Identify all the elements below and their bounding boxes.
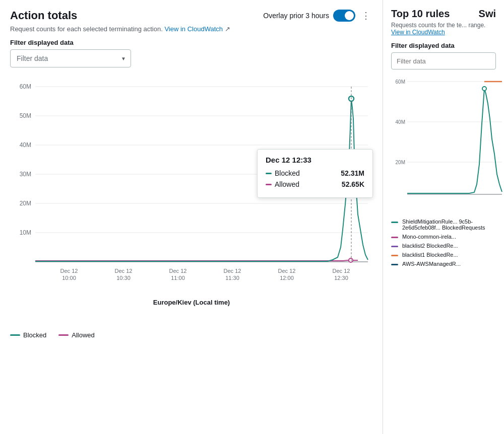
svg-text:11:00: 11:00	[171, 275, 185, 281]
svg-text:60M: 60M	[20, 83, 31, 90]
right-legend-item-4: AWS-AWSManagedR...	[391, 261, 496, 267]
right-legend-label-3: blacklist1 BlockedRe...	[402, 252, 458, 258]
svg-point-26	[349, 258, 353, 262]
tooltip-row-blocked: Blocked 52.31M	[266, 169, 364, 177]
filter-select[interactable]: Filter data	[10, 49, 131, 67]
tooltip-date: Dec 12 12:33	[266, 156, 364, 164]
right-cloudwatch-link[interactable]: View in CloudWatch	[391, 29, 445, 36]
svg-text:20M: 20M	[20, 200, 31, 207]
blocked-value: 52.31M	[341, 169, 364, 177]
left-panel-header: Action totals Overlay prior 3 hours ⋮	[10, 8, 372, 23]
legend-allowed-color	[58, 334, 69, 336]
svg-text:Dec 12: Dec 12	[115, 268, 133, 274]
svg-text:20M: 20M	[396, 160, 405, 165]
right-chart-area: 60M 40M 20M	[391, 74, 496, 214]
legend-blocked-label: Blocked	[23, 331, 46, 339]
svg-point-36	[482, 87, 486, 91]
filter-label: Filter displayed data	[10, 39, 372, 46]
svg-text:50M: 50M	[20, 112, 31, 119]
menu-icon[interactable]: ⋮	[359, 8, 372, 23]
right-legend-color-3	[391, 255, 398, 256]
tooltip: Dec 12 12:33 Blocked 52.31M Allowed 52.6…	[257, 149, 373, 198]
right-legend: ShieldMitigationRule... 9c5b-2e6d5cfeb08…	[391, 219, 496, 267]
right-legend-color-2	[391, 246, 398, 247]
svg-text:10:30: 10:30	[116, 275, 131, 281]
right-legend-color-1	[391, 237, 398, 238]
overlay-controls: Overlay prior 3 hours ⋮	[263, 8, 372, 23]
svg-text:Dec 12: Dec 12	[169, 268, 187, 274]
right-subtitle: Requests counts for the te... range. Vie…	[391, 22, 496, 36]
right-panel-header: Top 10 rules Swi	[391, 8, 496, 20]
right-legend-color-0	[391, 222, 398, 223]
svg-text:40M: 40M	[396, 119, 405, 125]
right-legend-item-0: ShieldMitigationRule... 9c5b-2e6d5cfeb08…	[391, 219, 496, 231]
chart-legend: Blocked Allowed	[10, 331, 372, 339]
chart-area: 60M 50M 40M 30M 20M 10M Dec 12 10	[10, 74, 373, 325]
tooltip-row-allowed: Allowed 52.65K	[266, 180, 364, 188]
right-panel-title: Top 10 rules	[391, 8, 450, 20]
x-axis-label: Europe/Kiev (Local time)	[10, 299, 373, 306]
svg-text:Dec 12: Dec 12	[278, 268, 296, 274]
blocked-label: Blocked	[275, 169, 300, 177]
svg-text:11:30: 11:30	[225, 275, 239, 281]
right-legend-label-2: blacklist2 BlockedRe...	[402, 243, 458, 249]
right-legend-label-1: Mono-common-irela...	[402, 234, 456, 240]
filter-select-wrapper: Filter data	[10, 49, 131, 67]
panel-subtitle: Request counts for each selected termina…	[10, 25, 372, 33]
svg-text:12:00: 12:00	[280, 275, 294, 281]
right-legend-label-0: ShieldMitigationRule... 9c5b-2e6d5cfeb08…	[402, 219, 496, 231]
allowed-label: Allowed	[275, 180, 299, 188]
svg-text:10:00: 10:00	[62, 275, 76, 281]
legend-item-allowed: Allowed	[58, 331, 95, 339]
svg-text:12:30: 12:30	[334, 275, 348, 281]
right-filter: Filter displayed data	[391, 42, 496, 69]
right-legend-item-2: blacklist2 BlockedRe...	[391, 243, 496, 249]
svg-text:10M: 10M	[20, 229, 31, 236]
svg-text:Dec 12: Dec 12	[333, 268, 350, 274]
cloudwatch-link[interactable]: View in CloudWatch	[164, 25, 223, 33]
svg-text:30M: 30M	[20, 171, 31, 178]
svg-text:60M: 60M	[396, 79, 405, 85]
svg-text:Dec 12: Dec 12	[60, 268, 78, 274]
legend-allowed-label: Allowed	[72, 331, 95, 339]
svg-text:Dec 12: Dec 12	[224, 268, 241, 274]
right-legend-item-3: blacklist1 BlockedRe...	[391, 252, 496, 258]
right-panel: Top 10 rules Swi Requests counts for the…	[383, 0, 504, 434]
overlay-label: Overlay prior 3 hours	[263, 12, 329, 20]
allowed-value: 52.65K	[342, 180, 364, 188]
right-legend-color-4	[391, 264, 398, 265]
left-panel: Action totals Overlay prior 3 hours ⋮ Re…	[0, 0, 383, 434]
sw-label: Swi	[479, 8, 496, 20]
right-chart-svg: 60M 40M 20M	[391, 74, 504, 214]
right-legend-label-4: AWS-AWSManagedR...	[402, 261, 461, 267]
blocked-dot	[266, 173, 272, 174]
legend-item-blocked: Blocked	[10, 331, 46, 339]
legend-blocked-color	[10, 334, 20, 336]
overlay-toggle[interactable]	[333, 10, 355, 22]
svg-text:40M: 40M	[20, 141, 31, 149]
filter-section: Filter displayed data Filter data	[10, 39, 372, 67]
allowed-dot	[266, 184, 272, 185]
right-filter-label: Filter displayed data	[391, 42, 496, 49]
right-legend-item-1: Mono-common-irela...	[391, 234, 496, 240]
panel-title: Action totals	[10, 9, 77, 22]
right-filter-input[interactable]	[391, 52, 496, 69]
